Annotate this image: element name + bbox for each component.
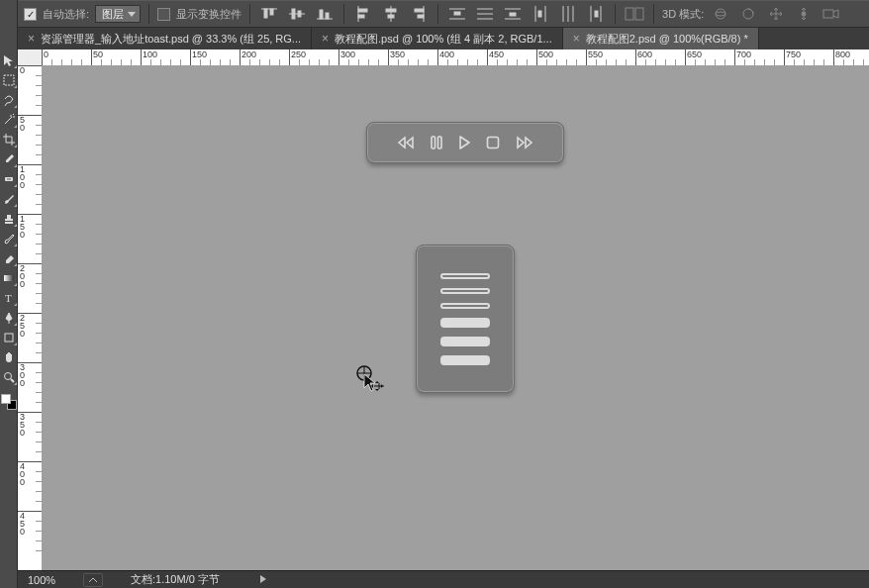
svg-rect-5 <box>5 334 13 342</box>
align-left-edges-icon[interactable] <box>352 4 374 24</box>
svg-rect-34 <box>510 13 516 16</box>
tool-heal[interactable] <box>0 170 18 188</box>
tool-wand[interactable] <box>0 111 18 129</box>
stop-icon[interactable] <box>486 136 500 149</box>
align-v-centers-icon[interactable] <box>286 4 308 24</box>
document-tab[interactable]: × 教程配图.psd @ 100% (组 4 副本 2, RGB/1... <box>312 28 563 49</box>
mode-3d-label: 3D 模式: <box>662 7 704 22</box>
align-right-edges-icon[interactable] <box>408 4 430 24</box>
toolbox: T <box>0 0 18 588</box>
auto-select-checkbox[interactable]: ✓ <box>24 8 37 21</box>
svg-rect-24 <box>415 9 424 12</box>
list-row-outline <box>440 288 490 294</box>
list-row-outline <box>440 303 490 309</box>
svg-rect-52 <box>438 137 442 148</box>
canvas-background <box>42 65 869 570</box>
play-icon[interactable] <box>458 136 470 149</box>
close-icon[interactable]: × <box>28 32 35 46</box>
tool-pen[interactable] <box>0 309 18 327</box>
list-row-fill <box>440 318 490 328</box>
align-top-edges-icon[interactable] <box>258 4 280 24</box>
doc-info[interactable]: 文档:1.10M/0 字节 <box>111 572 220 587</box>
tab-title: 教程配图.psd @ 100% (组 4 副本 2, RGB/1... <box>335 32 552 47</box>
svg-point-54 <box>357 366 371 380</box>
svg-rect-18 <box>358 9 367 12</box>
slide-3d-icon[interactable] <box>793 4 815 24</box>
orbit-3d-icon[interactable] <box>710 4 731 24</box>
svg-rect-21 <box>386 9 396 12</box>
dist-left-icon[interactable] <box>530 4 551 24</box>
svg-rect-37 <box>538 11 541 17</box>
color-swatches[interactable] <box>1 394 17 410</box>
tool-gradient[interactable] <box>0 269 18 287</box>
align-bottom-edges-icon[interactable] <box>314 4 336 24</box>
svg-rect-15 <box>320 10 323 19</box>
svg-rect-51 <box>432 137 435 148</box>
document-tab[interactable]: × 教程配图2.psd @ 100%(RGB/8) * <box>563 28 759 49</box>
forward-icon[interactable] <box>516 136 533 149</box>
tab-title: 资源管理器_输入地址toast.psd @ 33.3% (组 25, RG... <box>41 32 301 47</box>
svg-rect-3 <box>4 275 14 281</box>
fg-color-swatch[interactable] <box>1 394 11 404</box>
horizontal-ruler[interactable]: 0501001502002503003504004505005506006507… <box>42 49 869 65</box>
svg-rect-50 <box>823 10 833 18</box>
tool-brush[interactable] <box>0 190 18 208</box>
pan-3d-icon[interactable] <box>765 4 787 24</box>
tool-marquee[interactable] <box>0 71 18 89</box>
tool-move[interactable] <box>0 51 18 69</box>
svg-point-49 <box>802 12 806 16</box>
rewind-icon[interactable] <box>397 136 415 149</box>
tool-history-brush[interactable] <box>0 230 18 247</box>
svg-rect-25 <box>418 15 424 18</box>
pause-icon[interactable] <box>431 136 442 149</box>
dist-v-center-icon[interactable] <box>474 4 496 24</box>
tool-lasso[interactable] <box>0 91 18 109</box>
vertical-ruler[interactable]: 05 01 0 01 5 02 0 02 5 03 0 03 5 04 0 04… <box>18 65 42 570</box>
svg-rect-9 <box>264 9 267 18</box>
auto-select-target-select[interactable]: 图层 <box>95 5 141 23</box>
tool-stamp[interactable] <box>0 210 18 228</box>
auto-align-icon[interactable] <box>624 4 645 24</box>
svg-text:T: T <box>5 292 12 304</box>
camera-3d-icon[interactable] <box>821 4 842 24</box>
document-tab[interactable]: × 资源管理器_输入地址toast.psd @ 33.3% (组 25, RG.… <box>18 28 312 49</box>
show-transform-checkbox[interactable] <box>157 8 170 21</box>
align-h-centers-icon[interactable] <box>380 4 402 24</box>
svg-rect-28 <box>454 12 460 15</box>
close-icon[interactable]: × <box>322 32 329 46</box>
dist-right-icon[interactable] <box>585 4 607 24</box>
svg-rect-10 <box>270 9 273 15</box>
tool-zoom[interactable] <box>0 368 18 386</box>
tool-shape[interactable] <box>0 329 18 346</box>
svg-rect-19 <box>358 15 364 18</box>
status-bar: 100% 文档:1.10M/0 字节 <box>18 570 869 588</box>
ruler-corner[interactable] <box>18 49 42 65</box>
svg-point-6 <box>4 373 11 380</box>
dist-h-center-icon[interactable] <box>557 4 579 24</box>
tool-eyedropper[interactable] <box>0 150 18 168</box>
canvas[interactable] <box>71 79 861 562</box>
doc-info-menu-icon[interactable] <box>259 574 267 586</box>
tool-crop[interactable] <box>0 131 18 148</box>
svg-rect-13 <box>298 11 301 17</box>
dist-bottom-icon[interactable] <box>502 4 524 24</box>
svg-line-7 <box>11 379 14 382</box>
show-transform-label: 显示变换控件 <box>176 7 241 22</box>
tab-title: 教程配图2.psd @ 100%(RGB/8) * <box>586 32 748 47</box>
svg-rect-16 <box>326 13 329 19</box>
auto-select-label: 自动选择: <box>43 7 89 22</box>
svg-rect-22 <box>388 15 394 18</box>
work-area: 0501001502002503003504004505005506006507… <box>18 49 869 570</box>
document-tabs: × 资源管理器_输入地址toast.psd @ 33.3% (组 25, RG.… <box>18 28 869 49</box>
tool-eraser[interactable] <box>0 249 18 267</box>
roll-3d-icon[interactable] <box>737 4 759 24</box>
options-bar: ✓ 自动选择: 图层 显示变换控件 3D 模式: <box>18 0 869 28</box>
zoom-popup-icon[interactable] <box>83 573 103 587</box>
list-row-outline <box>440 273 490 279</box>
close-icon[interactable]: × <box>573 32 580 46</box>
dist-top-icon[interactable] <box>446 4 468 24</box>
tool-type[interactable]: T <box>0 289 18 307</box>
svg-rect-0 <box>4 75 14 85</box>
zoom-level[interactable]: 100% <box>18 574 75 586</box>
tool-hand[interactable] <box>0 348 18 366</box>
